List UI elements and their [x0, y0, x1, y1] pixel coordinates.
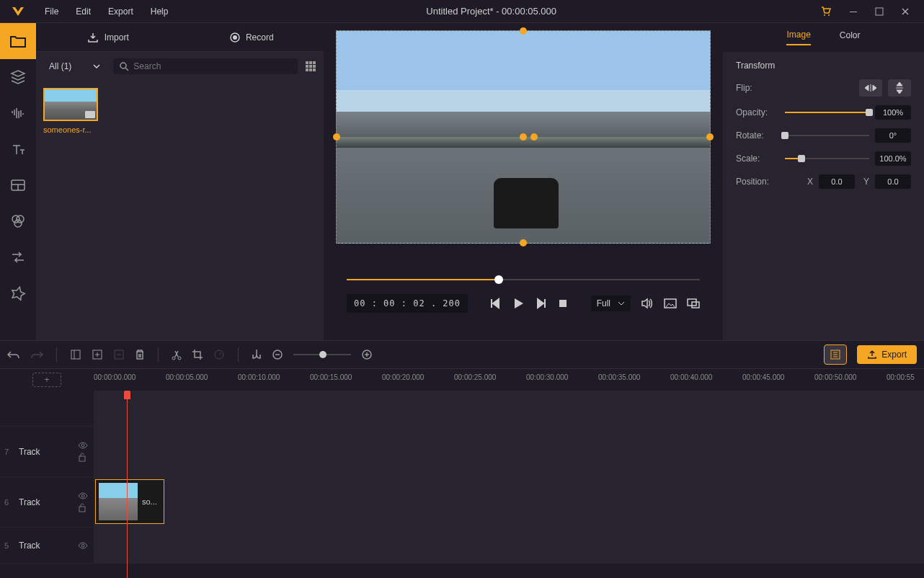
ruler-body[interactable]: 00:00:00.000 00:00:05.000 00:00:10.000 0…	[94, 369, 924, 391]
snapshot-button[interactable]	[664, 298, 677, 308]
snap-button[interactable]	[252, 349, 262, 360]
selection-handle[interactable]	[706, 133, 714, 141]
sidebar-media-icon[interactable]	[0, 23, 36, 59]
slider-fill	[785, 112, 869, 113]
ruler-tick: 00:00:35.000	[598, 373, 640, 381]
zoom-slider[interactable]	[293, 354, 351, 355]
svg-point-10	[120, 63, 126, 68]
seek-thumb[interactable]	[494, 275, 503, 284]
slider-thumb[interactable]	[866, 109, 873, 116]
export-settings-button[interactable]	[824, 344, 847, 365]
media-item[interactable]: someones-r...	[43, 88, 101, 134]
seek-slider[interactable]	[347, 272, 700, 287]
visibility-icon[interactable]	[78, 492, 88, 499]
sidebar-transitions-icon[interactable]	[0, 239, 36, 275]
selection-handle[interactable]	[333, 133, 340, 141]
visibility-icon[interactable]	[78, 542, 88, 549]
ruler-head: +	[0, 369, 94, 391]
svg-point-9	[233, 35, 237, 40]
flip-vertical-button[interactable]	[888, 79, 911, 97]
sidebar-templates-icon[interactable]	[0, 167, 36, 203]
search-box[interactable]	[113, 58, 298, 74]
rotate-slider[interactable]	[785, 135, 869, 136]
menu-export[interactable]: Export	[99, 0, 142, 23]
prev-frame-button[interactable]	[489, 298, 501, 309]
lock-icon[interactable]	[78, 452, 88, 462]
track-body[interactable]: so...	[94, 477, 924, 527]
menu-edit[interactable]: Edit	[67, 0, 99, 23]
zoom-thumb[interactable]	[319, 351, 326, 358]
track-body[interactable]	[94, 528, 924, 563]
undo-button[interactable]	[7, 350, 20, 360]
sidebar-audio-icon[interactable]	[0, 95, 36, 131]
media-filter-row: All (1)	[36, 52, 324, 81]
crop-button[interactable]	[192, 349, 203, 360]
search-input[interactable]	[133, 61, 292, 71]
zoom-in-button[interactable]	[361, 349, 373, 360]
preview-canvas[interactable]	[336, 30, 711, 244]
position-x-value[interactable]: 0.0	[819, 174, 855, 189]
filter-dropdown[interactable]: All (1)	[43, 58, 106, 74]
rotate-value[interactable]: 0°	[875, 128, 911, 143]
record-tab[interactable]: Record	[180, 23, 324, 51]
delete-button[interactable]	[135, 349, 145, 360]
tab-image[interactable]: Image	[786, 30, 810, 45]
opacity-slider[interactable]	[785, 112, 869, 113]
zoom-out-button[interactable]	[272, 349, 283, 360]
lock-icon[interactable]	[78, 502, 88, 512]
selection-handle[interactable]	[520, 133, 527, 141]
stop-button[interactable]	[557, 298, 569, 309]
svg-point-37	[81, 544, 84, 547]
sidebar-text-icon[interactable]	[0, 131, 36, 167]
track-name: Track	[19, 541, 40, 551]
selection-handle[interactable]	[520, 27, 527, 35]
search-icon	[119, 61, 129, 71]
export-button[interactable]: Export	[857, 345, 917, 364]
minimize-button[interactable]	[846, 4, 861, 19]
mark-in-button[interactable]	[70, 349, 81, 360]
selection-handle[interactable]	[520, 239, 527, 246]
clip-label: so...	[142, 497, 157, 506]
opacity-label: Opacity:	[736, 107, 779, 117]
playhead[interactable]	[127, 391, 128, 578]
slider-thumb[interactable]	[798, 155, 805, 162]
menu-help[interactable]: Help	[142, 0, 177, 23]
ruler-tick: 00:00:00.000	[94, 373, 136, 381]
add-track-button[interactable]: +	[32, 373, 61, 387]
sidebar-layers-icon[interactable]	[0, 59, 36, 95]
visibility-icon[interactable]	[78, 442, 88, 449]
media-panel: Import Record All (1) someones-r	[36, 23, 324, 340]
track-head: 5 Track	[0, 528, 94, 563]
cart-icon[interactable]	[817, 3, 835, 20]
track-spacer	[0, 391, 924, 427]
scale-slider[interactable]	[785, 158, 869, 159]
quality-dropdown[interactable]: Full	[591, 295, 631, 311]
next-frame-button[interactable]	[536, 298, 547, 309]
svg-point-28	[178, 357, 181, 360]
scale-value[interactable]: 100.0%	[875, 151, 911, 166]
flip-horizontal-button[interactable]	[859, 79, 882, 97]
split-button[interactable]	[172, 349, 182, 360]
track-body[interactable]	[94, 427, 924, 476]
svg-rect-36	[79, 507, 85, 512]
play-button[interactable]	[511, 296, 525, 311]
sidebar-elements-icon[interactable]	[0, 275, 36, 311]
detach-button[interactable]	[687, 298, 700, 308]
selection-handle[interactable]	[530, 133, 538, 141]
position-y-value[interactable]: 0.0	[875, 174, 911, 189]
volume-button[interactable]	[641, 298, 654, 309]
menu-file[interactable]: File	[36, 0, 67, 23]
track-row: 6 Track so...	[0, 477, 924, 528]
close-button[interactable]	[898, 4, 912, 19]
tab-color[interactable]: Color	[840, 30, 861, 45]
grid-view-icon[interactable]	[305, 61, 316, 72]
opacity-value[interactable]: 100%	[875, 105, 911, 120]
import-tab[interactable]: Import	[36, 23, 180, 51]
track-name: Track	[19, 497, 40, 507]
maximize-button[interactable]	[872, 4, 887, 19]
export-icon	[867, 350, 877, 360]
add-marker-button[interactable]	[92, 349, 103, 360]
sidebar-filters-icon[interactable]	[0, 203, 36, 239]
timeline-clip[interactable]: so...	[95, 479, 164, 524]
slider-thumb[interactable]	[781, 132, 788, 139]
